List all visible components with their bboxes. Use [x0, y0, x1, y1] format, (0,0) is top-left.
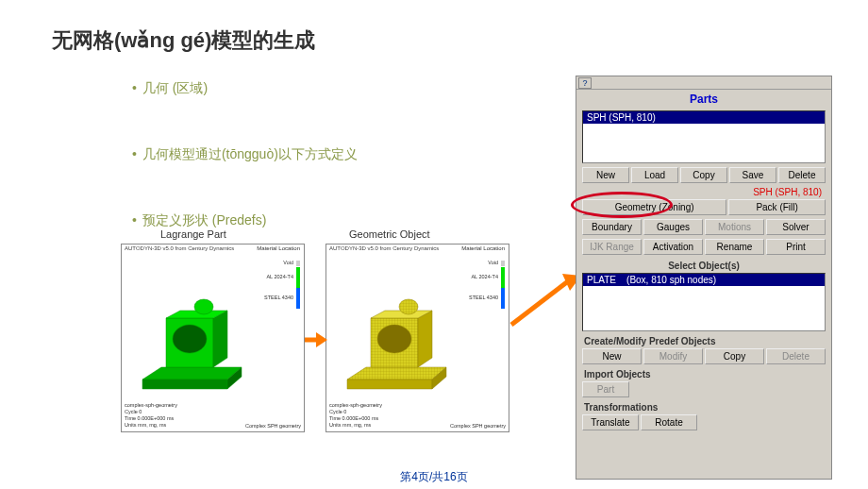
parts-list-item[interactable]: SPH (SPH, 810) [583, 111, 825, 124]
fig-legend-right: Void AL 2024-T4 STEEL 4340 [469, 258, 505, 309]
pack-fill-button[interactable]: Pack (Fill) [728, 199, 826, 215]
fig-material-right: Material Location [461, 245, 505, 251]
predef-copy-button[interactable]: Copy [705, 348, 764, 364]
help-button[interactable]: ? [578, 77, 592, 89]
object-list-item[interactable]: PLATE (Box, 810 sph nodes) [583, 274, 825, 286]
svg-marker-0 [142, 367, 242, 379]
svg-line-19 [511, 281, 568, 325]
fig-footer-right-box: complex-sph-geometry Cycle 0 Time 0.000E… [329, 402, 382, 429]
fig-footer-left: complex-sph-geometry Cycle 0 Time 0.000E… [125, 402, 177, 429]
svg-marker-10 [347, 379, 432, 389]
rotate-button[interactable]: Rotate [641, 414, 697, 430]
bullet-1: •几何 (区域) [132, 80, 208, 97]
import-objects-label: Import Objects [576, 366, 831, 379]
svg-point-16 [399, 299, 418, 314]
transformations-label: Transformations [576, 399, 831, 413]
figure-label-lagrange: Lagrange Part [160, 228, 226, 240]
row-4: IJK Range Activation Rename Print [576, 237, 831, 257]
row-file-ops: New Load Copy Save Delete [576, 165, 831, 185]
bullet-2-text: 几何模型通过(tōngguò)以下方式定义 [142, 146, 358, 161]
svg-point-15 [377, 325, 411, 353]
boundary-button[interactable]: Boundary [582, 219, 642, 235]
panel-titlebar: ? [576, 76, 831, 90]
bullet-3-text: 预定义形状 (Predefs) [142, 212, 266, 228]
create-modify-label: Create/Modify Predef Objects [576, 333, 831, 346]
fig-material-left: Material Location [257, 245, 300, 251]
figure-lagrange-part: AUTODYN-3D v5.0 from Century Dynamics Ma… [121, 244, 305, 432]
solver-button[interactable]: Solver [766, 219, 826, 235]
part-render-green [133, 280, 256, 394]
figure-label-geometric: Geometric Object [349, 228, 430, 240]
row-predef: New Modify Copy Delete [576, 346, 831, 366]
copy-button[interactable]: Copy [680, 167, 727, 183]
import-part-button[interactable]: Part [582, 381, 629, 397]
svg-marker-13 [418, 311, 432, 367]
row-geom: Geometry (Zoning) Pack (Fill) [576, 197, 831, 217]
predef-delete-button[interactable]: Delete [766, 348, 826, 364]
predef-modify-button[interactable]: Modify [643, 348, 703, 364]
fig-footer-right-left: Complex SPH geometry [245, 423, 301, 429]
activation-button[interactable]: Activation [643, 239, 703, 255]
row-import: Part [576, 379, 831, 399]
object-desc: (Box, 810 sph nodes) [626, 275, 716, 285]
parts-listbox[interactable]: SPH (SPH, 810) [582, 110, 826, 163]
figure-geometric-object: AUTODYN-3D v5.0 from Century Dynamics Ma… [326, 244, 509, 432]
select-objects-label: Select Object(s) [576, 257, 831, 271]
load-button[interactable]: Load [631, 167, 678, 183]
arrow-1 [305, 330, 327, 349]
svg-point-7 [194, 299, 213, 314]
slide-title: 无网格(wǎng gé)模型的生成 [52, 26, 315, 55]
gauges-button[interactable]: Gauges [643, 219, 703, 235]
translate-button[interactable]: Translate [582, 414, 639, 430]
part-render-yellow [338, 280, 460, 394]
new-button[interactable]: New [582, 167, 629, 183]
svg-marker-9 [347, 367, 446, 379]
svg-marker-1 [142, 379, 227, 389]
row-3: Boundary Gauges Motions Solver [576, 217, 831, 237]
fig-legend-left: Void AL 2024-T4 STEEL 4340 [264, 258, 300, 309]
delete-button[interactable]: Delete [778, 167, 826, 183]
rename-button[interactable]: Rename [705, 239, 764, 255]
panel-title: Parts [576, 90, 831, 109]
bullet-2: •几何模型通过(tōngguò)以下方式定义 [132, 146, 358, 163]
objects-listbox[interactable]: PLATE (Box, 810 sph nodes) [582, 273, 826, 331]
save-button[interactable]: Save [729, 167, 776, 183]
predef-new-button[interactable]: New [582, 348, 642, 364]
svg-point-6 [173, 325, 207, 353]
bullet-3: •预定义形状 (Predefs) [132, 212, 266, 229]
print-button[interactable]: Print [766, 239, 826, 255]
object-name: PLATE [587, 275, 616, 285]
arrow-2 [508, 272, 581, 330]
ghost-label: SPH (SPH, 810) [576, 187, 831, 197]
motions-button[interactable]: Motions [705, 219, 764, 235]
ijk-range-button[interactable]: IJK Range [582, 239, 642, 255]
geometry-zoning-button[interactable]: Geometry (Zoning) [582, 199, 726, 215]
svg-marker-4 [213, 311, 227, 367]
row-transform: Translate Rotate [576, 413, 831, 432]
page-number: 第4页/共16页 [0, 469, 868, 485]
fig-footer-right-right: Complex SPH geometry [450, 423, 506, 429]
bullet-1-text: 几何 (区域) [142, 80, 208, 95]
parts-panel: ? Parts SPH (SPH, 810) New Load Copy Sav… [576, 76, 832, 480]
